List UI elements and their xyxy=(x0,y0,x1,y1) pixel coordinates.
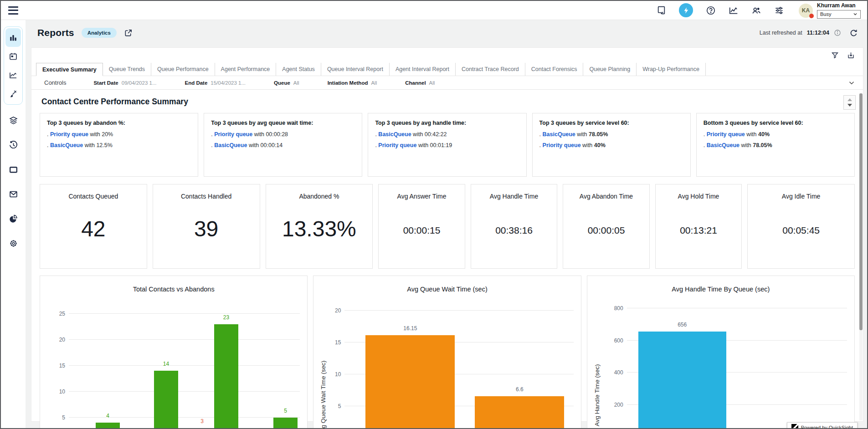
filter-end-date[interactable]: End Date15/04/2023 1... xyxy=(185,80,246,86)
queue-link[interactable]: BasicQueue xyxy=(378,131,411,138)
external-link-icon[interactable] xyxy=(124,29,133,37)
panel-toolbar xyxy=(31,48,863,63)
filter-label: Start Date xyxy=(93,80,118,86)
page-header: Reports Analytics Last refreshed at 11:1… xyxy=(26,20,867,46)
insight-value: 00:00:28 xyxy=(266,131,288,138)
tab-agent-interval-report[interactable]: Agent Interval Report xyxy=(390,63,456,76)
status-select[interactable]: Busy xyxy=(817,10,861,19)
kpi-avg-hold-time: Avg Hold Time00:13:21 xyxy=(655,184,742,269)
insight-mid: with xyxy=(247,142,260,148)
app-window: KA Khurram Awan Busy xyxy=(0,0,868,429)
tab-wrap-up-performance[interactable]: Wrap-Up Performance xyxy=(637,63,706,76)
powered-by-text: Powered by QuickSight xyxy=(801,425,853,429)
filter-channel[interactable]: ChannelAll xyxy=(405,80,435,86)
insight-value: 20% xyxy=(102,131,113,138)
analytics-badge: Analytics xyxy=(82,28,117,38)
tab-queue-trends[interactable]: Queue Trends xyxy=(103,63,151,76)
chart-title: Avg Handle Time By Queue (sec) xyxy=(587,286,854,293)
sidebar-item-history[interactable] xyxy=(4,135,23,155)
info-icon[interactable] xyxy=(834,29,841,36)
insight-mid: with xyxy=(83,142,96,148)
insight-value: 40% xyxy=(758,131,770,138)
bar[interactable] xyxy=(365,335,455,428)
filter-value: All xyxy=(293,80,299,86)
insight-line: . BasicQueue with 78.05% xyxy=(704,142,847,148)
kpi-value: 00:13:21 xyxy=(680,225,717,236)
kpi-value: 00:05:45 xyxy=(782,225,820,236)
filter-queue[interactable]: QueueAll xyxy=(274,80,299,86)
bar[interactable] xyxy=(273,418,298,428)
kpi-avg-handle-time: Avg Handle Time00:38:16 xyxy=(471,184,558,269)
bar[interactable] xyxy=(214,324,238,428)
refresh-icon[interactable] xyxy=(849,29,858,37)
y-axis-tick: 200 xyxy=(605,402,623,408)
kpi-label: Avg Handle Time xyxy=(490,193,538,200)
help-icon[interactable] xyxy=(706,5,716,15)
queue-link[interactable]: Priority queue xyxy=(707,131,745,138)
y-axis-tick: 5 xyxy=(47,414,65,421)
sidebar-item-line-chart[interactable] xyxy=(5,66,21,84)
queue-link[interactable]: Priority queue xyxy=(543,142,581,148)
spinner-down-button[interactable] xyxy=(847,104,852,107)
filter-funnel-icon[interactable] xyxy=(831,51,839,59)
insight-card-wait-time: Top 3 queues by avg queue wait time: . P… xyxy=(204,113,362,177)
tab-executive-summary[interactable]: Executive Summary xyxy=(36,63,103,76)
bar-chart-icon xyxy=(9,33,18,42)
bullet: . xyxy=(47,131,50,138)
sidebar-item-layers[interactable] xyxy=(4,110,23,130)
notepad-icon[interactable] xyxy=(656,5,666,15)
bar-value-label: 3 xyxy=(190,418,214,424)
kpi-label: Avg Answer Time xyxy=(397,193,447,200)
tab-agent-performance[interactable]: Agent Performance xyxy=(215,63,277,76)
scrollbar-thumb[interactable] xyxy=(859,93,863,330)
tab-queue-performance[interactable]: Queue Performance xyxy=(151,63,215,76)
queue-link[interactable]: Priority queue xyxy=(378,142,416,148)
bar[interactable] xyxy=(475,396,564,428)
bar[interactable] xyxy=(638,332,726,428)
queue-link[interactable]: BasicQueue xyxy=(214,142,247,148)
insight-line: . Priority queue with 00:00:28 xyxy=(211,131,355,138)
queue-link[interactable]: Priority queue xyxy=(50,131,88,138)
sidebar-item-design[interactable] xyxy=(5,84,21,103)
sidebar-item-bar-chart[interactable] xyxy=(5,28,21,47)
chart-y-axis-label: Avg Queue Wait Time (sec) xyxy=(320,361,327,428)
sidebar-item-calendar[interactable] xyxy=(5,47,21,66)
export-icon[interactable] xyxy=(847,51,855,59)
metrics-icon[interactable] xyxy=(729,5,739,15)
insight-line: . BasicQueue with 00:42:22 xyxy=(375,131,519,138)
tab-queue-planning[interactable]: Queue Planning xyxy=(583,63,637,76)
preferences-sliders-icon[interactable] xyxy=(774,5,784,15)
queue-link[interactable]: BasicQueue xyxy=(707,142,740,148)
sidebar-item-pie-chart[interactable] xyxy=(4,209,23,229)
insight-value: 12.5% xyxy=(96,142,112,148)
bar[interactable] xyxy=(154,371,178,428)
insight-line: . BasicQueue with 78.05% xyxy=(539,131,683,138)
queue-link[interactable]: Priority queue xyxy=(214,131,252,138)
kpi-avg-idle-time: Avg Idle Time00:05:45 xyxy=(747,184,855,269)
flash-active-icon[interactable] xyxy=(679,3,693,17)
tab-contact-forensics[interactable]: Contact Forensics xyxy=(525,63,584,76)
sidebar-item-settings[interactable] xyxy=(4,233,23,253)
sidebar-item-mail[interactable] xyxy=(4,184,23,204)
spinner-up-button[interactable] xyxy=(847,98,852,101)
tab-queue-interval-report[interactable]: Queue Interval Report xyxy=(321,63,390,76)
filter-initiation-method[interactable]: Intiation MethodAll xyxy=(328,80,377,86)
sidebar-item-window[interactable] xyxy=(4,159,23,179)
tab-contract-trace-record[interactable]: Contract Trace Record xyxy=(456,63,525,76)
queue-link[interactable]: BasicQueue xyxy=(543,131,575,138)
queue-link[interactable]: BasicQueue xyxy=(50,142,83,148)
gridline xyxy=(69,365,300,366)
users-icon[interactable] xyxy=(751,5,761,15)
chart-plot: 510152016.156.6 xyxy=(344,308,573,428)
avatar[interactable]: KA xyxy=(799,4,813,18)
tab-agent-status[interactable]: Agent Status xyxy=(276,63,321,76)
controls-collapse-chevron-icon[interactable] xyxy=(847,79,856,87)
gridline xyxy=(344,310,573,311)
filter-start-date[interactable]: Start Date09/04/2023 1... xyxy=(93,80,156,86)
window-icon xyxy=(9,165,18,174)
bar[interactable] xyxy=(96,423,120,428)
chart-y-axis-label: Avg Handle Time (sec) xyxy=(594,364,601,426)
insight-mid: with xyxy=(252,131,266,138)
hamburger-menu-icon[interactable] xyxy=(8,6,18,15)
kpi-contacts-queued: Contacts Queued42 xyxy=(40,184,147,269)
